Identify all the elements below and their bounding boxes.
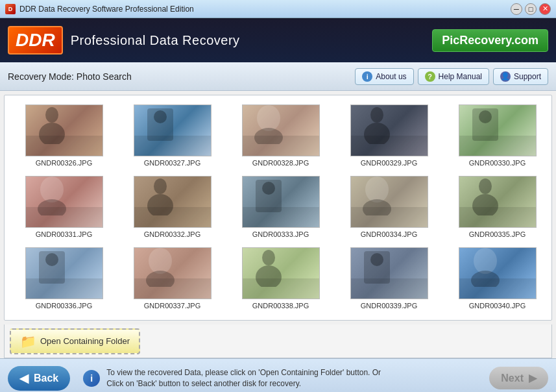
svg-point-24	[262, 250, 275, 265]
header-brand: PicRecovery.com	[432, 29, 548, 52]
photo-thumbnail	[350, 176, 428, 228]
photo-filename: GNDR00327.JPG	[144, 159, 200, 167]
next-arrow-icon: ▶	[529, 372, 537, 384]
photo-thumbnail	[350, 247, 428, 299]
title-bar-controls[interactable]: ─ □ ✕	[511, 3, 551, 15]
photo-filename: GNDR00334.JPG	[361, 230, 417, 238]
svg-point-25	[256, 265, 282, 287]
svg-point-15	[262, 182, 275, 195]
svg-point-28	[474, 248, 497, 274]
photo-item[interactable]: GNDR00338.JPG	[226, 243, 335, 315]
photo-thumbnail	[350, 104, 428, 156]
about-us-button[interactable]: i About us	[355, 68, 413, 85]
back-button[interactable]: ◀ Back	[8, 366, 70, 391]
nav-info: i To view the recovered Data, please cli…	[70, 367, 489, 389]
header-title: Professional Data Recovery	[71, 33, 240, 48]
header: DDR Professional Data Recovery PicRecove…	[0, 18, 556, 62]
photo-item[interactable]: GNDR00334.JPG	[335, 172, 443, 243]
nav-info-text: To view the recovered Data, please click…	[106, 367, 381, 389]
photo-thumbnail	[459, 104, 537, 156]
svg-point-9	[479, 110, 492, 123]
svg-point-0	[45, 107, 58, 123]
svg-point-16	[365, 177, 389, 202]
photo-filename: GNDR00329.JPG	[361, 159, 417, 167]
photo-filename: GNDR00340.JPG	[469, 302, 526, 310]
svg-point-6	[370, 107, 383, 123]
photo-filename: GNDR00335.JPG	[469, 230, 526, 238]
photo-item[interactable]: GNDR00330.JPG	[443, 101, 551, 172]
photo-item[interactable]: GNDR00327.JPG	[118, 101, 226, 172]
svg-point-3	[154, 110, 167, 123]
svg-point-4	[257, 105, 280, 131]
maximize-button[interactable]: □	[525, 3, 537, 15]
photo-item[interactable]: GNDR00339.JPG	[335, 243, 443, 315]
photo-thumbnail	[25, 104, 103, 156]
photo-item[interactable]: GNDR00332.JPG	[118, 172, 226, 243]
svg-point-23	[146, 271, 175, 287]
support-icon: 👤	[500, 71, 511, 82]
title-bar: D DDR Data Recovery Software Professiona…	[0, 0, 556, 18]
close-button[interactable]: ✕	[539, 3, 551, 15]
photo-filename: GNDR00330.JPG	[469, 159, 526, 167]
svg-point-7	[364, 123, 390, 144]
open-containing-folder-button[interactable]: 📁 Open Containing Folder	[10, 328, 140, 354]
photo-item[interactable]: GNDR00337.JPG	[118, 243, 226, 315]
title-bar-text: DDR Data Recovery Software Professional …	[19, 5, 194, 14]
photo-filename: GNDR00326.JPG	[36, 159, 92, 167]
nav-bar: ◀ Back i To view the recovered Data, ple…	[0, 358, 556, 392]
photo-gallery: GNDR00326.JPGGNDR00327.JPGGNDR00328.JPGG…	[4, 95, 552, 321]
svg-point-12	[154, 178, 167, 194]
svg-point-19	[472, 194, 498, 215]
photo-thumbnail	[459, 176, 537, 228]
info-icon: i	[362, 71, 372, 82]
photo-thumbnail	[134, 176, 212, 228]
svg-point-1	[39, 123, 65, 144]
title-bar-left: D DDR Data Recovery Software Professiona…	[5, 4, 194, 14]
nav-info-icon: i	[83, 370, 100, 387]
help-manual-button[interactable]: ? Help Manual	[418, 68, 489, 85]
photo-item[interactable]: GNDR00328.JPG	[226, 101, 335, 172]
minimize-button[interactable]: ─	[511, 3, 522, 15]
svg-point-13	[147, 194, 173, 215]
svg-point-17	[363, 199, 391, 215]
svg-point-11	[38, 199, 66, 215]
photo-item[interactable]: GNDR00333.JPG	[226, 172, 335, 243]
toolbar: Recovery Mode: Photo Search i About us ?…	[0, 62, 556, 91]
photo-thumbnail	[242, 104, 320, 156]
photo-grid: GNDR00326.JPGGNDR00327.JPGGNDR00328.JPGG…	[5, 95, 551, 320]
ddr-logo: DDR	[8, 26, 63, 55]
folder-icon: 📁	[20, 334, 36, 349]
photo-filename: GNDR00337.JPG	[144, 302, 200, 310]
photo-filename: GNDR00331.JPG	[36, 230, 92, 238]
photo-filename: GNDR00339.JPG	[361, 302, 417, 310]
action-bar: 📁 Open Containing Folder	[4, 325, 552, 358]
app-icon: D	[5, 4, 16, 14]
photo-filename: GNDR00338.JPG	[252, 302, 309, 310]
back-arrow-icon: ◀	[19, 371, 29, 386]
photo-thumbnail	[25, 176, 103, 228]
svg-point-18	[479, 178, 492, 194]
svg-point-29	[471, 271, 500, 287]
photo-thumbnail	[459, 247, 537, 299]
photo-item[interactable]: GNDR00326.JPG	[10, 101, 118, 172]
support-button[interactable]: 👤 Support	[493, 68, 548, 85]
photo-item[interactable]: GNDR00340.JPG	[443, 243, 551, 315]
svg-point-22	[149, 248, 172, 274]
next-button[interactable]: Next ▶	[489, 367, 548, 389]
svg-point-21	[45, 253, 58, 266]
photo-item[interactable]: GNDR00331.JPG	[10, 172, 118, 243]
toolbar-buttons: i About us ? Help Manual 👤 Support	[355, 68, 548, 85]
svg-point-27	[370, 253, 383, 266]
photo-thumbnail	[25, 247, 103, 299]
photo-item[interactable]: GNDR00335.JPG	[443, 172, 551, 243]
photo-filename: GNDR00336.JPG	[36, 302, 92, 310]
svg-point-10	[40, 177, 64, 202]
photo-item[interactable]: GNDR00336.JPG	[10, 243, 118, 315]
photo-thumbnail	[242, 176, 320, 228]
photo-filename: GNDR00333.JPG	[252, 230, 309, 238]
photo-thumbnail	[134, 104, 212, 156]
photo-item[interactable]: GNDR00329.JPG	[335, 101, 443, 172]
photo-filename: GNDR00328.JPG	[252, 159, 309, 167]
recovery-mode-label: Recovery Mode: Photo Search	[8, 71, 132, 82]
photo-thumbnail	[134, 247, 212, 299]
